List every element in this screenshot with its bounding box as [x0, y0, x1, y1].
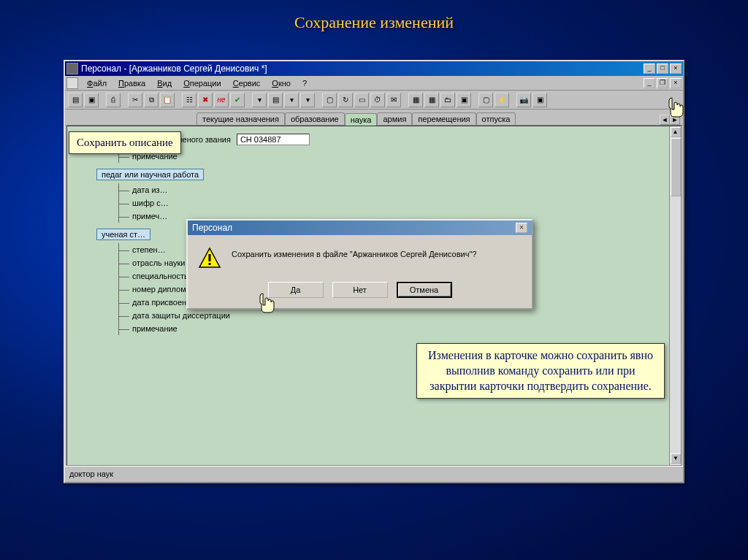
- toolbar-more-icon[interactable]: ▣: [457, 93, 471, 107]
- menu-service[interactable]: Сервис: [227, 77, 267, 89]
- toolbar-print-icon[interactable]: ⎙: [106, 93, 121, 107]
- svg-rect-2: [209, 263, 211, 265]
- toolbar-doc-icon[interactable]: ▢: [322, 93, 337, 107]
- menu-edit[interactable]: Правка: [112, 77, 151, 89]
- toolbar-refresh-icon[interactable]: ↻: [338, 93, 353, 107]
- tab-moves[interactable]: перемещения: [412, 112, 476, 125]
- scroll-thumb[interactable]: [671, 138, 681, 196]
- tree-group-degree[interactable]: ученая ст…: [96, 229, 150, 240]
- scroll-up-icon[interactable]: ▲: [671, 127, 681, 137]
- toolbar-paste-icon[interactable]: 📋: [160, 93, 175, 107]
- app-icon: [66, 63, 78, 74]
- toolbar-time-icon[interactable]: ⏱: [370, 93, 385, 107]
- toolbar-check-icon[interactable]: ✔: [230, 93, 245, 107]
- toolbar-tree-icon[interactable]: ☷: [182, 93, 196, 107]
- tab-current-assignments[interactable]: текущие назначения: [196, 112, 285, 125]
- statusbar: доктор наук: [65, 466, 683, 480]
- dialog-title: Персонал: [192, 223, 232, 233]
- tab-education[interactable]: образование: [285, 112, 345, 125]
- window-title: Персонал - [Аржанников Сергей Денисович …: [81, 64, 642, 74]
- dialog-no-button[interactable]: Нет: [332, 282, 388, 298]
- tab-vacation[interactable]: отпуска: [476, 112, 516, 125]
- tree-leaf-date-iz[interactable]: дата из…: [119, 183, 666, 196]
- toolbar-drop-icon[interactable]: ▾: [284, 93, 299, 107]
- tab-army[interactable]: армия: [377, 112, 412, 125]
- minimize-button[interactable]: _: [644, 64, 655, 74]
- vertical-scrollbar[interactable]: ▲ ▼: [669, 126, 681, 465]
- dialog-message: Сохранить изменения в файле "Аржанников …: [232, 247, 476, 258]
- svg-rect-1: [209, 254, 211, 261]
- toolbar-cancel-icon[interactable]: ✖: [198, 93, 213, 107]
- mdi-window-controls: _ ❐ ×: [642, 78, 682, 88]
- toolbar-find-icon[interactable]: ▤: [268, 93, 283, 107]
- toolbar-new-icon[interactable]: ▤: [68, 93, 83, 107]
- field-input-title-number[interactable]: [237, 134, 310, 145]
- toolbar-msg-icon[interactable]: ✉: [386, 93, 401, 107]
- toolbar-cut-icon[interactable]: ✂: [128, 93, 142, 107]
- slide-title: Сохранение изменений: [0, 0, 748, 32]
- menubar: Файл Правка Вид Операции Сервис Окно ? _…: [65, 76, 683, 91]
- toolbar-pick-icon[interactable]: ▾: [300, 93, 315, 107]
- toolbar-text-icon[interactable]: не: [214, 93, 229, 107]
- toolbar-grid2-icon[interactable]: ▦: [424, 93, 439, 107]
- callout-info: Изменения в карточке можно сохранить явн…: [416, 343, 665, 399]
- toolbar-action-icon[interactable]: ⚡: [495, 93, 509, 107]
- mdi-restore-button[interactable]: ❐: [657, 78, 668, 88]
- tab-scroll-left-icon[interactable]: ◄: [660, 115, 670, 125]
- status-text: доктор наук: [69, 469, 113, 478]
- save-confirm-dialog: Персонал × Сохранить изменения в файле "…: [186, 219, 533, 310]
- menu-operations[interactable]: Операции: [178, 77, 226, 89]
- menu-file[interactable]: Файл: [81, 77, 112, 89]
- toolbar-form-icon[interactable]: ▢: [478, 93, 493, 107]
- mdi-close-button[interactable]: ×: [670, 78, 682, 88]
- dialog-titlebar: Персонал ×: [188, 220, 532, 235]
- tree-group-pedagog[interactable]: педаг или научная работа: [96, 169, 204, 180]
- toolbar-folder-icon[interactable]: 🗀: [440, 93, 455, 107]
- toolbar-open-icon[interactable]: ▣: [84, 93, 99, 107]
- toolbar-book-icon[interactable]: ▭: [354, 93, 369, 107]
- tab-row: текущие назначения образование наука арм…: [65, 110, 683, 126]
- tree-leaf-note3[interactable]: примечание: [119, 322, 666, 335]
- mdi-minimize-button[interactable]: _: [644, 78, 655, 88]
- tree-leaf-defend-date[interactable]: дата защиты диссертации: [119, 309, 666, 322]
- callout-save-description: Сохранить описание: [69, 131, 181, 154]
- dialog-close-button[interactable]: ×: [516, 223, 527, 233]
- close-button[interactable]: ×: [670, 64, 682, 74]
- toolbar-last-icon[interactable]: ▣: [533, 93, 547, 107]
- toolbar-camera-icon[interactable]: 📷: [516, 93, 531, 107]
- menu-view[interactable]: Вид: [151, 77, 178, 89]
- tab-scroll-right-icon[interactable]: ►: [670, 115, 680, 125]
- tab-science[interactable]: наука: [345, 113, 378, 126]
- dialog-yes-button[interactable]: Да: [268, 282, 324, 298]
- warning-icon: [198, 247, 221, 270]
- toolbar: ▤ ▣ ⎙ ✂ ⧉ 📋 ☷ ✖ не ✔ ▾ ▤ ▾ ▾ ▢ ↻ ▭ ⏱ ✉ ▦…: [65, 91, 683, 110]
- tree-leaf-shifr[interactable]: шифр с…: [119, 196, 666, 210]
- tree-leaf-note[interactable]: примечание: [119, 150, 666, 163]
- dialog-cancel-button[interactable]: Отмена: [397, 282, 452, 298]
- scroll-down-icon[interactable]: ▼: [671, 453, 681, 464]
- toolbar-grid1-icon[interactable]: ▦: [408, 93, 423, 107]
- toolbar-copy-icon[interactable]: ⧉: [144, 93, 159, 107]
- titlebar: Персонал - [Аржанников Сергей Денисович …: [65, 61, 683, 76]
- menu-help[interactable]: ?: [297, 77, 313, 89]
- toolbar-browse-icon[interactable]: ▾: [252, 93, 267, 107]
- menu-window[interactable]: Окно: [266, 77, 297, 89]
- maximize-button[interactable]: □: [657, 64, 668, 74]
- system-menu-icon[interactable]: [66, 77, 78, 89]
- tab-scroll-controls: ◄ ►: [660, 115, 683, 125]
